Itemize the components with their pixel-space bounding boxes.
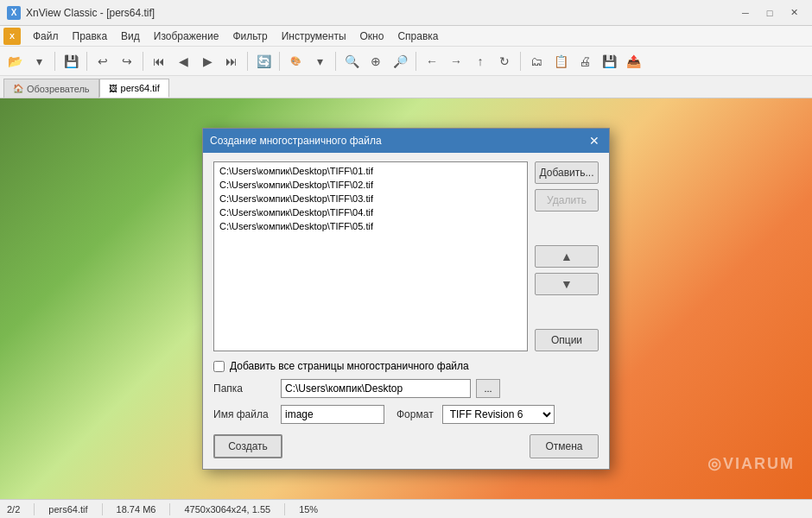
tab-browser-label: Обозреватель <box>27 84 90 94</box>
status-dimensions: 4750x3064x24, 1.55 <box>184 504 270 515</box>
add-all-pages-checkbox[interactable] <box>213 361 225 372</box>
tab-image-label: pers64.tif <box>121 83 160 93</box>
toolbar-undo-btn[interactable]: ↩ <box>92 50 114 73</box>
menu-tools[interactable]: Инструменты <box>275 28 353 44</box>
status-page: 2/2 <box>7 504 20 515</box>
status-filesize: 18.74 М6 <box>117 504 156 515</box>
menu-filter[interactable]: Фильтр <box>225 28 274 44</box>
toolbar-color-arrow[interactable]: ▾ <box>308 50 331 73</box>
toolbar-nav-rotate-btn[interactable]: ↻ <box>493 50 516 73</box>
toolbar-zoom-in-btn[interactable]: 🔍 <box>340 50 363 73</box>
status-zoom: 15% <box>299 504 318 515</box>
folder-row: Папка ... <box>213 379 599 398</box>
toolbar-zoom-lens-btn[interactable]: ⊕ <box>365 50 387 73</box>
menu-help[interactable]: Справка <box>390 28 445 44</box>
status-sep-4 <box>284 503 285 515</box>
add-all-pages-row: Добавить все страницы многостраничного ф… <box>213 360 599 372</box>
status-sep-2 <box>102 503 103 515</box>
format-label: Формат <box>396 408 434 420</box>
dialog-close-button[interactable]: ✕ <box>587 133 602 148</box>
window-controls: ─ □ ✕ <box>734 4 805 22</box>
folder-label: Папка <box>213 382 276 395</box>
list-item[interactable]: C:\Users\компик\Desktop\TIFF\05.tif <box>216 219 525 233</box>
toolbar-nav-up-btn[interactable]: ↑ <box>469 50 492 73</box>
toolbar-print-btn[interactable]: 🖨 <box>574 50 596 73</box>
content-area: ◎VIARUM Создание многостраничного файла … <box>0 98 812 499</box>
tab-browser[interactable]: 🏠 Обозреватель <box>3 79 99 98</box>
options-button[interactable]: Опции <box>535 329 599 351</box>
toolbar-prev-btn[interactable]: ◀ <box>172 50 194 73</box>
add-all-pages-label: Добавить все страницы многостраничного ф… <box>230 360 469 372</box>
menu-image[interactable]: Изображение <box>147 28 226 44</box>
toolbar-open-btn[interactable]: 📂 <box>3 50 26 73</box>
move-up-button[interactable]: ▲ <box>535 245 599 268</box>
toolbar-open-arrow[interactable]: ▾ <box>28 50 50 73</box>
browser-tab-icon: 🏠 <box>13 84 23 93</box>
close-button[interactable]: ✕ <box>783 4 805 22</box>
create-multipage-dialog: Создание многостраничного файла ✕ C:\Use… <box>202 128 610 470</box>
menu-window[interactable]: Окно <box>353 28 391 44</box>
window-title: XnView Classic - [pers64.tif] <box>26 7 155 19</box>
toolbar-redo-btn[interactable]: ↪ <box>116 50 138 73</box>
dialog-body: C:\Users\компик\Desktop\TIFF\01.tif C:\U… <box>203 153 609 469</box>
list-item[interactable]: C:\Users\компик\Desktop\TIFF\03.tif <box>216 192 525 205</box>
toolbar-save-btn[interactable]: 💾 <box>60 50 82 73</box>
status-sep-3 <box>169 503 170 515</box>
image-tab-icon: 🖼 <box>109 84 117 93</box>
file-list-buttons: Добавить... Удалить ▲ ▼ Опции <box>535 161 599 351</box>
filename-format-row: Имя файла Формат TIFF Revision 6 <box>213 405 599 424</box>
list-item[interactable]: C:\Users\компик\Desktop\TIFF\01.tif <box>216 164 525 178</box>
add-button[interactable]: Добавить... <box>535 161 599 184</box>
delete-button[interactable]: Удалить <box>535 189 599 212</box>
browse-button[interactable]: ... <box>476 379 500 398</box>
toolbar-refresh-btn[interactable]: 🔄 <box>252 50 275 73</box>
tab-bar: 🏠 Обозреватель 🖼 pers64.tif <box>0 76 812 98</box>
toolbar: 📂 ▾ 💾 ↩ ↪ ⏮ ◀ ▶ ⏭ 🔄 🎨 ▾ 🔍 ⊕ 🔎 ← → ↑ ↻ 🗂 … <box>0 47 812 76</box>
toolbar-export-btn[interactable]: 📤 <box>622 50 644 73</box>
folder-input[interactable] <box>281 379 471 398</box>
toolbar-save2-btn[interactable]: 💾 <box>598 50 620 73</box>
dialog-overlay: Создание многостраничного файла ✕ C:\Use… <box>0 98 812 499</box>
menu-edit[interactable]: Правка <box>66 28 115 44</box>
toolbar-last-btn[interactable]: ⏭ <box>220 50 243 73</box>
filename-input[interactable] <box>281 405 384 424</box>
status-bar: 2/2 pers64.tif 18.74 М6 4750x3064x24, 1.… <box>0 499 812 518</box>
list-item[interactable]: C:\Users\компик\Desktop\TIFF\02.tif <box>216 178 525 192</box>
toolbar-nav-fwd-btn[interactable]: → <box>445 50 467 73</box>
toolbar-folder-btn[interactable]: 🗂 <box>525 50 548 73</box>
menu-view[interactable]: Вид <box>114 28 147 44</box>
status-sep-1 <box>34 503 35 515</box>
app-icon: X <box>7 6 21 20</box>
file-list[interactable]: C:\Users\компик\Desktop\TIFF\01.tif C:\U… <box>213 161 528 351</box>
menu-file[interactable]: Файл <box>26 28 66 44</box>
dialog-title: Создание многостраничного файла <box>210 135 382 147</box>
toolbar-nav-back-btn[interactable]: ← <box>421 50 443 73</box>
status-filename: pers64.tif <box>48 504 87 515</box>
title-bar: X XnView Classic - [pers64.tif] ─ □ ✕ <box>0 0 812 26</box>
toolbar-first-btn[interactable]: ⏮ <box>148 50 170 73</box>
app-logo: X <box>3 28 21 45</box>
minimize-button[interactable]: ─ <box>734 4 757 22</box>
toolbar-color-btn[interactable]: 🎨 <box>284 50 307 73</box>
file-list-section: C:\Users\компик\Desktop\TIFF\01.tif C:\U… <box>213 161 599 351</box>
create-button[interactable]: Создать <box>213 434 282 458</box>
toolbar-next-btn[interactable]: ▶ <box>196 50 219 73</box>
toolbar-multipage-btn[interactable]: 📋 <box>549 50 572 73</box>
tab-image[interactable]: 🖼 pers64.tif <box>99 79 169 98</box>
toolbar-zoom-out-btn[interactable]: 🔎 <box>389 50 411 73</box>
filename-label: Имя файла <box>213 408 276 420</box>
maximize-button[interactable]: □ <box>758 4 781 22</box>
dialog-footer: Создать Отмена <box>213 431 599 460</box>
menu-bar: X Файл Правка Вид Изображение Фильтр Инс… <box>0 26 812 47</box>
cancel-button[interactable]: Отмена <box>530 434 599 458</box>
move-down-button[interactable]: ▼ <box>535 273 599 295</box>
list-item[interactable]: C:\Users\компик\Desktop\TIFF\04.tif <box>216 205 525 219</box>
format-select[interactable]: TIFF Revision 6 <box>442 405 555 424</box>
dialog-title-bar: Создание многостраничного файла ✕ <box>203 129 609 153</box>
